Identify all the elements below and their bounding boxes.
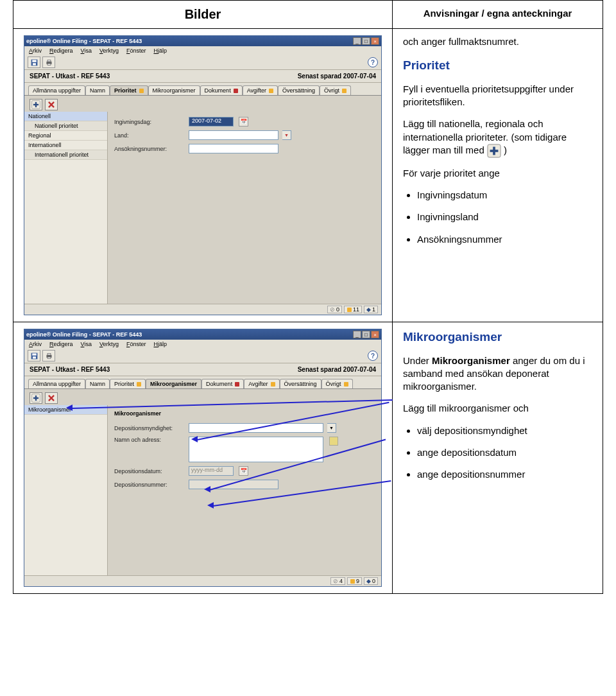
help-icon[interactable]: ? xyxy=(368,57,378,67)
tab[interactable]: Prioritet xyxy=(110,379,146,388)
sidebar-item[interactable]: Internationell prioritet xyxy=(24,150,107,160)
instruction-p1: Fyll i eventuella prioritetsuppgifter un… xyxy=(403,83,592,109)
print-button[interactable] xyxy=(42,350,55,361)
tabbar: Allmänna uppgifterNamnPrioritetMikroorga… xyxy=(24,83,381,96)
header-left: Bilder xyxy=(13,1,393,29)
add-button[interactable] xyxy=(30,99,42,110)
print-button[interactable] xyxy=(42,57,55,68)
help-icon[interactable]: ? xyxy=(368,351,378,361)
instruction-p1: Under Mikroorganismer anger du om du i s… xyxy=(403,354,592,394)
menu-item[interactable]: Verktyg xyxy=(99,341,119,347)
tab[interactable]: Namn xyxy=(85,85,110,95)
section-title: Mikroorganismer xyxy=(403,329,592,345)
close-button[interactable]: × xyxy=(371,37,379,45)
instruction-p2: Lägg till mikroorganismer och xyxy=(403,402,592,415)
tab[interactable]: Allmänna uppgifter xyxy=(28,379,85,388)
minimize-button[interactable]: _ xyxy=(353,37,361,45)
sidebar-item[interactable]: Nationell prioritet xyxy=(24,121,107,131)
maximize-button[interactable]: □ xyxy=(362,37,370,45)
menu-item[interactable]: Hjälp xyxy=(153,48,167,54)
menu-item[interactable]: Fönster xyxy=(126,48,147,54)
tab[interactable]: Dokument xyxy=(200,85,243,95)
delete-button[interactable] xyxy=(45,99,58,110)
minimize-button[interactable]: _ xyxy=(353,331,361,338)
status-info: ◆0 xyxy=(364,577,378,585)
label-deposit-authority: Depositionsmyndighet: xyxy=(114,425,185,431)
dropdown-icon[interactable]: ▼ xyxy=(327,423,336,433)
sidebar: Nationell Nationell prioritet Regional I… xyxy=(24,112,108,304)
tab[interactable]: Avgifter xyxy=(244,379,279,388)
instructions-cell-2: Mikroorganismer Under Mikroorganismer an… xyxy=(393,322,603,594)
screenshot-cell-1: epoline® Online Filing - SEPAT - REF 544… xyxy=(13,29,393,322)
label-deposit-num: Depositionsnummer: xyxy=(114,482,185,488)
menu-item[interactable]: Verktyg xyxy=(99,48,119,54)
tab[interactable]: Mikroorganismer xyxy=(148,85,200,95)
label-name-addr: Namn och adress: xyxy=(114,437,185,443)
dropdown-icon[interactable]: ▼ xyxy=(282,130,291,140)
calendar-icon[interactable]: 📅 xyxy=(239,117,248,126)
calendar-icon[interactable]: 📅 xyxy=(239,466,248,476)
tab[interactable]: Dokument xyxy=(201,379,244,388)
menubar: Arkiv Redigera Visa Verktyg Fönster Hjäl… xyxy=(24,46,381,55)
doc-title: SEPAT - Utkast - REF 5443 xyxy=(30,366,110,373)
panel-title: Mikroorganismer xyxy=(114,410,375,417)
menu-item[interactable]: Arkiv xyxy=(28,341,42,347)
save-button[interactable] xyxy=(28,350,40,361)
intro-text: och anger fullmaktsnumret. xyxy=(403,35,592,48)
status-warn: 9 xyxy=(347,577,362,585)
tab[interactable]: Mikroorganismer xyxy=(146,379,201,388)
sidebar-item[interactable]: Nationell xyxy=(24,112,107,121)
menu-item[interactable]: Redigera xyxy=(49,341,74,347)
tab[interactable]: Allmänna uppgifter xyxy=(28,85,85,95)
arrow-head-icon xyxy=(66,405,73,411)
doc-title: SEPAT - Utkast - REF 5443 xyxy=(30,73,110,80)
menu-item[interactable]: Redigera xyxy=(49,48,74,54)
name-addr-input[interactable] xyxy=(189,437,323,462)
status-gray: ⊘0 xyxy=(327,306,342,313)
menu-item[interactable]: Visa xyxy=(80,341,92,347)
deposit-date-input[interactable]: yyyy-mm-dd xyxy=(189,466,234,476)
bullet: Ansökningsnummer xyxy=(417,233,592,246)
tab[interactable]: Prioritet xyxy=(110,85,148,95)
tab[interactable]: Övrigt xyxy=(320,85,351,95)
deposit-num-input[interactable] xyxy=(189,480,278,489)
bullet: ange depositionsdatum xyxy=(417,446,592,459)
deposit-authority-input[interactable] xyxy=(189,423,323,433)
arrow-head-icon xyxy=(204,486,210,492)
label-land: Land: xyxy=(114,132,185,139)
land-input[interactable] xyxy=(189,130,278,140)
bullet: välj depositionsmyndighet xyxy=(417,424,592,437)
tab[interactable]: Översättning xyxy=(278,85,320,95)
tab[interactable]: Avgifter xyxy=(243,85,278,95)
ansok-input[interactable] xyxy=(189,144,278,153)
instructions-cell-1: och anger fullmaktsnumret. Prioritet Fyl… xyxy=(393,29,603,322)
close-button[interactable]: × xyxy=(371,331,379,338)
header-right: Anvisningar / egna anteckningar xyxy=(393,1,603,29)
save-button[interactable] xyxy=(28,57,40,68)
instruction-p3: För varje prioritet ange xyxy=(403,167,592,180)
sidebar-item[interactable]: Internationell xyxy=(24,141,107,150)
menu-item[interactable]: Arkiv xyxy=(28,48,42,54)
status-warn: 11 xyxy=(344,306,362,313)
bullet: ange depositionsnummer xyxy=(417,468,592,481)
tab[interactable]: Översättning xyxy=(280,379,321,388)
status-gray: ⊘4 xyxy=(330,577,345,585)
sidebar-item[interactable]: Regional xyxy=(24,131,107,141)
maximize-button[interactable]: □ xyxy=(362,331,370,338)
bullet: Ingivningsdatum xyxy=(417,189,592,202)
status-info: ◆1 xyxy=(364,306,378,313)
app-window-priority: epoline® Online Filing - SEPAT - REF 544… xyxy=(24,35,382,315)
label-ansok: Ansökningsnummer: xyxy=(114,146,185,152)
delete-button[interactable] xyxy=(45,392,58,404)
tab[interactable]: Övrigt xyxy=(321,379,353,388)
add-button[interactable] xyxy=(30,392,42,404)
menu-item[interactable]: Visa xyxy=(80,48,92,54)
instruction-p2: Lägg till nationella, regionala och inte… xyxy=(403,117,592,158)
window-title: epoline® Online Filing - SEPAT - REF 544… xyxy=(26,38,352,44)
tab[interactable]: Namn xyxy=(85,379,110,388)
arrow-head-icon xyxy=(191,436,198,442)
ingivningsdag-input[interactable]: 2007-07-02 xyxy=(189,117,234,126)
note-icon[interactable] xyxy=(329,437,338,446)
menu-item[interactable]: Fönster xyxy=(126,341,147,347)
menu-item[interactable]: Hjälp xyxy=(153,341,167,347)
